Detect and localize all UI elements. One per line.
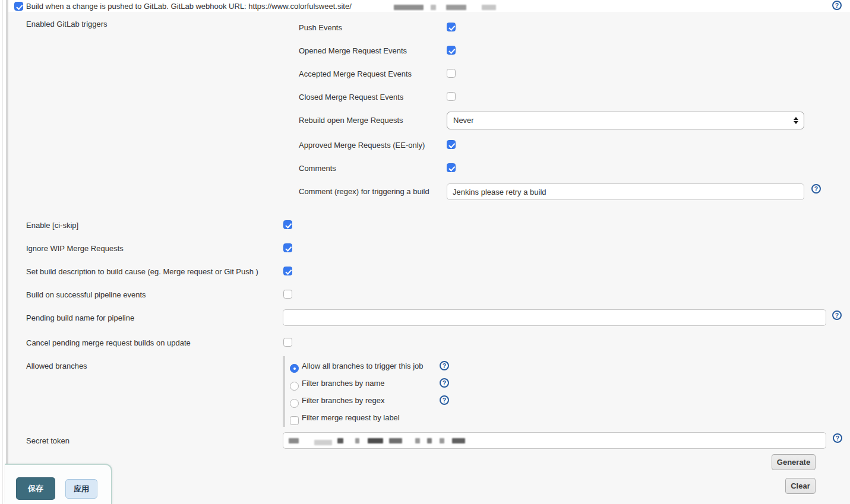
rebuild-open-mr-select[interactable]: Never <box>447 112 804 129</box>
cancel-pending-checkbox[interactable] <box>283 338 292 347</box>
help-icon[interactable]: ? <box>440 361 449 370</box>
select-stepper-icon <box>794 117 798 124</box>
opened-mr-events-checkbox[interactable] <box>447 46 456 55</box>
filter-branches-by-name-radio[interactable] <box>290 382 299 391</box>
ignore-wip-checkbox[interactable] <box>283 243 292 252</box>
opened-mr-events-label: Opened Merge Request Events <box>299 46 407 55</box>
build-description-label: Set build description to build cause (eg… <box>26 267 258 276</box>
filter-mr-by-label-checkbox[interactable] <box>290 416 299 425</box>
push-events-checkbox[interactable] <box>447 23 456 31</box>
comment-regex-input[interactable] <box>447 183 804 200</box>
section-indent-line-outer <box>2 0 3 504</box>
help-icon[interactable]: ? <box>832 1 842 10</box>
ci-skip-label: Enable [ci-skip] <box>26 221 78 230</box>
secret-token-redacted-value <box>289 436 465 445</box>
webhook-url-redacted <box>394 2 496 11</box>
approved-mr-label: Approved Merge Requests (EE-only) <box>299 141 425 150</box>
filter-branches-by-regex-label: Filter branches by regex <box>302 396 384 405</box>
cancel-pending-label: Cancel pending merge request builds on u… <box>26 338 191 347</box>
generate-button[interactable]: Generate <box>772 454 816 470</box>
build-description-checkbox[interactable] <box>283 267 292 275</box>
allowed-branches-label: Allowed branches <box>26 362 87 370</box>
filter-branches-by-name-label: Filter branches by name <box>302 379 384 388</box>
pipeline-events-label: Build on successful pipeline events <box>26 290 146 299</box>
help-icon[interactable]: ? <box>832 310 842 320</box>
closed-mr-events-checkbox[interactable] <box>447 92 456 101</box>
help-icon[interactable]: ? <box>833 433 842 443</box>
secret-token-input[interactable] <box>283 432 826 449</box>
build-when-pushed-checkbox[interactable] <box>14 2 23 11</box>
clear-button[interactable]: Clear <box>785 478 816 494</box>
gitlab-trigger-config-panel <box>8 12 850 504</box>
allow-all-branches-label: Allow all branches to trigger this job <box>302 362 424 370</box>
rebuild-open-mr-selected-value: Never <box>453 116 474 125</box>
accepted-mr-events-checkbox[interactable] <box>447 69 456 78</box>
pending-build-name-label: Pending build name for pipeline <box>26 313 134 322</box>
rebuild-open-mr-label: Rebuild open Merge Requests <box>299 116 403 125</box>
allowed-branches-indent-line <box>283 356 285 427</box>
help-icon[interactable]: ? <box>811 184 821 194</box>
comments-checkbox[interactable] <box>447 163 456 172</box>
help-icon[interactable]: ? <box>440 395 449 405</box>
secret-token-label: Secret token <box>26 436 69 445</box>
build-when-pushed-label: Build when a change is pushed to GitLab.… <box>26 2 352 11</box>
enabled-triggers-label: Enabled GitLab triggers <box>26 20 108 28</box>
pipeline-events-checkbox[interactable] <box>283 290 292 299</box>
push-events-label: Push Events <box>299 23 342 32</box>
accepted-mr-events-label: Accepted Merge Request Events <box>299 69 412 78</box>
approved-mr-checkbox[interactable] <box>447 140 456 149</box>
pending-build-name-input[interactable] <box>283 309 826 326</box>
comments-label: Comments <box>299 164 336 173</box>
ci-skip-checkbox[interactable] <box>283 220 292 229</box>
save-apply-bar: 保存 应用 <box>5 464 112 504</box>
ignore-wip-label: Ignore WIP Merge Requests <box>26 244 124 253</box>
save-button[interactable]: 保存 <box>16 477 55 500</box>
comment-regex-label: Comment (regex) for triggering a build <box>299 187 429 196</box>
filter-mr-by-label-label: Filter merge request by label <box>302 413 400 422</box>
closed-mr-events-label: Closed Merge Request Events <box>299 93 403 102</box>
help-icon[interactable]: ? <box>440 378 449 388</box>
allow-all-branches-radio[interactable] <box>290 364 299 373</box>
apply-button[interactable]: 应用 <box>65 479 97 499</box>
filter-branches-by-regex-radio[interactable] <box>290 399 299 408</box>
